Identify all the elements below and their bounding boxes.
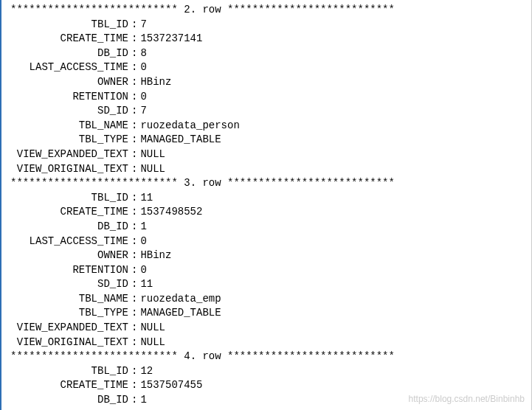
field-value: HBinz — [140, 75, 171, 90]
field-label: TBL_NAME — [10, 119, 128, 133]
field-value: 7 — [140, 18, 146, 32]
field-label: VIEW_EXPANDED_TEXT — [10, 147, 128, 162]
field-line: OWNER:HBinz — [10, 75, 522, 90]
field-colon: : — [128, 393, 140, 408]
field-line: OWNER:HBinz — [10, 249, 522, 263]
field-colon: : — [128, 75, 140, 90]
watermark-text: https://blog.csdn.net/Binbinhb — [409, 393, 525, 406]
field-label: LAST_ACCESS_TIME — [10, 234, 128, 249]
field-line: DB_ID:8 — [10, 46, 522, 61]
field-value: 11 — [140, 277, 153, 292]
field-label: VIEW_ORIGINAL_TEXT — [10, 162, 128, 177]
field-line: CREATE_TIME:1537498552 — [10, 205, 522, 220]
field-value: HBinz — [140, 249, 171, 263]
field-line: LAST_ACCESS_TIME:0 — [10, 60, 522, 75]
field-value: 1537237141 — [140, 32, 202, 46]
field-line: TBL_ID:12 — [10, 364, 522, 379]
field-label: CREATE_TIME — [10, 32, 128, 46]
field-line: SD_ID:11 — [10, 277, 522, 292]
field-value: NULL — [140, 336, 165, 350]
field-line: VIEW_ORIGINAL_TEXT:NULL — [10, 162, 522, 177]
field-label: SD_ID — [10, 104, 128, 119]
field-label: TBL_TYPE — [10, 306, 128, 321]
field-label: CREATE_TIME — [10, 205, 128, 220]
field-label: TBL_ID — [10, 364, 128, 379]
field-colon: : — [128, 147, 140, 162]
field-label: OWNER — [10, 75, 128, 90]
field-label: RETENTION — [10, 263, 128, 278]
field-line: TBL_NAME:ruozedata_emp — [10, 292, 522, 307]
field-colon: : — [128, 292, 140, 307]
field-label: LAST_ACCESS_TIME — [10, 60, 128, 75]
field-colon: : — [128, 378, 140, 393]
field-colon: : — [128, 321, 140, 336]
field-colon: : — [128, 336, 140, 350]
field-colon: : — [128, 162, 140, 177]
rows-container: *************************** 2. row *****… — [10, 3, 522, 410]
field-value: MANAGED_TABLE — [140, 133, 221, 147]
field-colon: : — [128, 234, 140, 249]
field-colon: : — [128, 191, 140, 206]
field-colon: : — [128, 306, 140, 321]
field-label: VIEW_EXPANDED_TEXT — [10, 321, 128, 336]
field-value: 8 — [140, 46, 146, 61]
field-colon: : — [128, 133, 140, 147]
row-separator: *************************** 3. row *****… — [10, 176, 522, 191]
field-value: 0 — [140, 408, 146, 410]
field-value: ruozedata_emp — [140, 292, 221, 307]
row-separator: *************************** 2. row *****… — [10, 3, 522, 18]
field-label: TBL_ID — [10, 191, 128, 206]
field-line: DB_ID:1 — [10, 220, 522, 234]
field-colon: : — [128, 205, 140, 220]
field-line: RETENTION:0 — [10, 263, 522, 278]
terminal-output: *************************** 2. row *****… — [0, 0, 532, 410]
field-line: TBL_TYPE:MANAGED_TABLE — [10, 133, 522, 147]
field-value: 0 — [140, 263, 146, 278]
field-value: 12 — [140, 364, 153, 379]
field-label: CREATE_TIME — [10, 378, 128, 393]
field-value: 0 — [140, 60, 146, 75]
field-label: OWNER — [10, 249, 128, 263]
field-colon: : — [128, 104, 140, 119]
field-line: LAST_ACCESS_TIME:0 — [10, 408, 522, 410]
field-line: VIEW_ORIGINAL_TEXT:NULL — [10, 336, 522, 350]
field-colon: : — [128, 46, 140, 61]
field-line: TBL_ID:11 — [10, 191, 522, 206]
field-colon: : — [128, 364, 140, 379]
field-line: TBL_NAME:ruozedata_person — [10, 119, 522, 133]
field-line: TBL_ID:7 — [10, 18, 522, 32]
field-colon: : — [128, 277, 140, 292]
field-colon: : — [128, 90, 140, 105]
field-label: VIEW_ORIGINAL_TEXT — [10, 336, 128, 350]
field-label: TBL_NAME — [10, 292, 128, 307]
field-value: 0 — [140, 234, 146, 249]
field-colon: : — [128, 32, 140, 46]
field-colon: : — [128, 408, 140, 410]
field-label: DB_ID — [10, 46, 128, 61]
field-colon: : — [128, 249, 140, 263]
field-label: DB_ID — [10, 220, 128, 234]
field-label: TBL_ID — [10, 18, 128, 32]
field-colon: : — [128, 60, 140, 75]
field-value: ruozedata_person — [140, 119, 239, 133]
field-colon: : — [128, 18, 140, 32]
field-line: SD_ID:7 — [10, 104, 522, 119]
field-value: NULL — [140, 321, 165, 336]
field-label: LAST_ACCESS_TIME — [10, 408, 128, 410]
field-line: VIEW_EXPANDED_TEXT:NULL — [10, 147, 522, 162]
field-label: TBL_TYPE — [10, 133, 128, 147]
field-value: 1537507455 — [140, 378, 202, 393]
field-line: CREATE_TIME:1537237141 — [10, 32, 522, 46]
field-line: LAST_ACCESS_TIME:0 — [10, 234, 522, 249]
field-line: RETENTION:0 — [10, 90, 522, 105]
field-value: 1 — [140, 220, 146, 234]
field-value: 11 — [140, 191, 153, 206]
field-colon: : — [128, 263, 140, 278]
field-line: TBL_TYPE:MANAGED_TABLE — [10, 306, 522, 321]
field-value: NULL — [140, 162, 165, 177]
field-value: 1 — [140, 393, 146, 408]
field-colon: : — [128, 119, 140, 133]
field-line: CREATE_TIME:1537507455 — [10, 378, 522, 393]
row-separator: *************************** 4. row *****… — [10, 350, 522, 364]
field-value: 1537498552 — [140, 205, 202, 220]
